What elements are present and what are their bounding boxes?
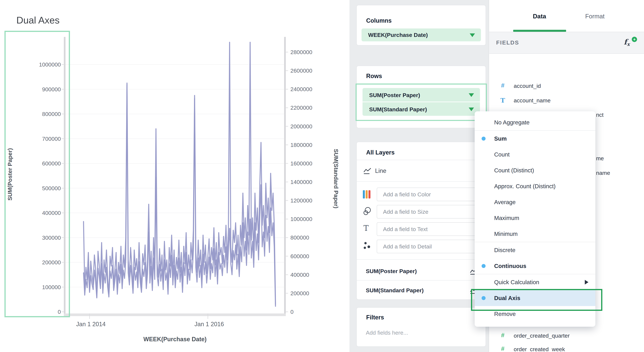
svg-text:Jan 1 2016: Jan 1 2016 [194, 321, 224, 328]
number-field-icon: # [501, 332, 504, 339]
menu-item-count[interactable]: Count [475, 146, 596, 162]
svg-text:200000: 200000 [290, 290, 309, 296]
divider [357, 160, 486, 160]
svg-text:Jan 1 2014: Jan 1 2014 [76, 321, 106, 328]
field-order-created-week[interactable]: order_created_week [514, 346, 565, 352]
truncated-field-fragment: name [596, 170, 610, 176]
color-target-input[interactable] [377, 188, 480, 201]
menu-item-average[interactable]: Average [475, 194, 596, 210]
divider [357, 259, 486, 260]
text-target-icon: T [364, 224, 369, 232]
size-target-icon [363, 206, 372, 216]
active-tab-underline [513, 30, 566, 32]
menu-item-minimum[interactable]: Minimum [475, 226, 596, 242]
svg-text:1800000: 1800000 [290, 142, 312, 148]
dual-axis-annotation-box [471, 289, 602, 311]
filters-card: Filters [356, 307, 486, 347]
svg-text:2200000: 2200000 [290, 104, 312, 111]
svg-text:1400000: 1400000 [290, 179, 312, 185]
menu-item-count-distinct[interactable]: Count (Distinct) [475, 162, 596, 178]
x-axis-title: WEEK(Purchase Date) [144, 336, 206, 343]
svg-text:2800000: 2800000 [290, 49, 312, 55]
svg-text:400000: 400000 [290, 272, 309, 278]
add-calculated-field-icon[interactable]: fx [624, 38, 630, 47]
add-calculated-field-plus-badge[interactable]: + [632, 37, 637, 42]
selected-dot-icon [482, 264, 486, 268]
detail-target-input[interactable] [377, 240, 480, 253]
svg-text:2600000: 2600000 [290, 68, 312, 74]
detail-target-icon [363, 242, 371, 250]
menu-item-approx-count-distinct[interactable]: Approx. Count (Distinct) [475, 178, 596, 194]
svg-text:1200000: 1200000 [290, 197, 312, 204]
menu-item-quick-calculation[interactable]: Quick Calculation [475, 274, 596, 290]
menu-item-continuous[interactable]: Continuous [475, 258, 596, 274]
layer-type-label[interactable]: Line [375, 168, 386, 174]
menu-item-maximum[interactable]: Maximum [475, 210, 596, 226]
filters-header: Filters [366, 314, 384, 321]
all-layers-header: All Layers [366, 149, 394, 156]
rows-header: Rows [366, 72, 382, 80]
truncated-field-fragment: nct [596, 112, 604, 118]
all-layers-card: All Layers [356, 142, 486, 300]
menu-item-no-aggregate[interactable]: No Aggregate [475, 114, 596, 130]
fields-section-header: FIELDS [496, 39, 519, 46]
svg-text:600000: 600000 [290, 253, 309, 259]
measure-row-poster-paper[interactable]: SUM(Poster Paper) [366, 268, 417, 274]
size-target-input[interactable] [377, 205, 480, 218]
divider [357, 181, 486, 182]
svg-text:0: 0 [290, 309, 294, 315]
text-field-icon: T [500, 96, 505, 104]
tab-format[interactable]: Format [585, 13, 604, 20]
columns-pill-week-purchase-date[interactable]: WEEK(Purchase Date) [362, 28, 481, 41]
measure-row-standard-paper[interactable]: SUM(Standard Paper) [366, 287, 424, 294]
field-order-created-quarter[interactable]: order_created_quarter [514, 332, 570, 339]
chevron-down-icon[interactable] [470, 34, 475, 37]
left-axis-annotation-box [4, 31, 70, 317]
text-target-input[interactable] [377, 222, 480, 236]
columns-pill-label: WEEK(Purchase Date) [368, 32, 428, 38]
tab-data[interactable]: Data [533, 13, 546, 20]
number-field-icon: # [501, 346, 504, 352]
columns-header: Columns [366, 17, 392, 24]
truncated-field-fragment: me [596, 155, 604, 162]
field-account-name[interactable]: account_name [514, 97, 550, 104]
menu-item-discrete[interactable]: Discrete [475, 242, 596, 258]
divider [357, 280, 486, 280]
line-chart-type-icon [363, 168, 372, 175]
submenu-arrow-icon [585, 280, 588, 284]
menu-item-sum[interactable]: Sum [475, 131, 596, 146]
rows-annotation-box [356, 84, 487, 121]
svg-text:1000000: 1000000 [290, 216, 312, 222]
number-field-icon: # [501, 82, 504, 89]
selected-dot-icon [482, 137, 486, 140]
svg-text:2000000: 2000000 [290, 123, 312, 130]
color-target-icon [362, 190, 371, 199]
svg-text:1600000: 1600000 [290, 160, 312, 166]
right-axis-title: SUM(Standard Paper) [333, 149, 339, 208]
field-account-id[interactable]: account_id [514, 83, 541, 89]
svg-text:800000: 800000 [290, 234, 309, 241]
svg-text:2400000: 2400000 [290, 86, 312, 92]
filters-drop-target[interactable]: Add fields here... [366, 330, 408, 336]
